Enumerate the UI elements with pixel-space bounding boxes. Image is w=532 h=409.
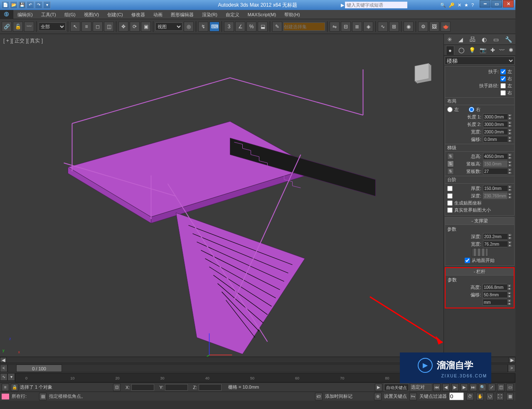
scroll-right-icon[interactable]: ▶ [509,357,515,363]
z-input[interactable] [199,384,222,391]
align-icon[interactable]: ⊟ [341,22,351,32]
thick-spin-up[interactable]: ▲ [507,185,512,188]
r-height-spin-down[interactable]: ▼ [507,287,512,291]
stringer-width-input[interactable] [483,241,507,247]
qa-new-icon[interactable]: 📄 [2,1,9,9]
render-setup-icon[interactable]: ⚙ [418,22,428,32]
curve-editor-icon[interactable]: ∿ [378,22,388,32]
tab-motion-icon[interactable]: ◐ [482,36,487,43]
exchange-icon[interactable]: ✕ [458,2,461,8]
rail-offset-input[interactable] [483,291,507,298]
schematic-icon[interactable]: ⊞ [389,22,399,32]
select-name-icon[interactable]: ≡ [81,22,91,32]
handrail-path-left-checkbox[interactable] [500,83,506,89]
arrow-right-icon[interactable]: ▶ [341,2,344,8]
qa-open-icon[interactable]: 📂 [10,1,17,9]
nav-pan-icon[interactable]: ✋ [476,393,484,400]
select-region-rect-icon[interactable]: ◻ [93,22,103,32]
total-spin-up[interactable]: ▲ [507,153,512,156]
nav-orbit-icon[interactable]: ⭯ [486,393,494,400]
search-input[interactable] [345,2,407,8]
app-menu-button[interactable]: Ⓢ [0,10,13,19]
nav-mintoggle-icon[interactable]: ▦ [506,393,514,400]
offset-input[interactable] [483,136,507,143]
close-button[interactable]: ✕ [503,0,514,7]
s-width-spin-up[interactable]: ▲ [507,241,512,244]
prev-frame-icon[interactable]: ◀ [442,384,450,391]
subtab-shapes-icon[interactable]: ◯ [458,47,465,53]
add-time-tag-label[interactable]: 添加时间标记 [325,393,352,399]
menu-animation[interactable]: 动画 [149,10,167,19]
depth-spin-up[interactable]: ▲ [507,192,512,196]
tab-utilities-icon[interactable]: 🔧 [505,36,512,43]
menu-create[interactable]: 创建(C) [103,10,127,19]
menu-graph-editors[interactable]: 图形编辑器 [167,10,198,19]
set-key-label[interactable]: 设置关键点 [384,393,407,399]
goto-start-icon[interactable]: ⏮ [433,384,441,391]
genmap-checkbox[interactable] [447,200,453,206]
stringer-swatch-button[interactable] [471,248,488,256]
stringer-depth-input[interactable] [483,233,507,240]
key-icon-icon[interactable]: 🗝 [409,393,417,400]
menu-tools[interactable]: 工具(T) [37,10,60,19]
handrail-path-right-checkbox[interactable] [500,90,506,96]
current-frame-input[interactable] [449,392,464,400]
menu-group[interactable]: 组(G) [60,10,80,19]
render-icon[interactable]: 🫖 [441,22,451,32]
key-filter-label[interactable]: 关键点过滤器 [419,393,447,399]
key-icon[interactable]: 🔑 [449,2,455,8]
angle-snap-icon[interactable]: ∠ [235,22,245,32]
handrail-right-checkbox[interactable] [500,76,506,81]
rail-extra-input[interactable] [483,299,507,306]
scroll-left-icon[interactable]: ◀ [0,357,7,363]
s-depth-spin-down[interactable]: ▼ [507,237,512,240]
view-cube[interactable] [409,59,435,86]
y-input[interactable] [165,384,188,391]
ref-coord-select[interactable]: 视图 [155,22,182,31]
length2-input[interactable] [483,121,507,128]
step-thick-checkbox[interactable] [447,186,453,191]
length2-spin-up[interactable]: ▲ [507,121,512,124]
lock-selection-icon[interactable]: 🔒 [11,384,18,391]
set-key-mode-icon[interactable]: ⊕ [374,393,382,400]
use-pivot-icon[interactable]: ◎ [184,22,194,32]
menu-edit[interactable]: 编辑(E) [13,10,37,19]
subtab-helpers-icon[interactable]: ✚ [490,47,495,53]
nav-zoomall-icon[interactable]: ⤢ [488,384,495,391]
riser-count-input[interactable] [483,168,507,175]
listener-icon[interactable]: ▤ [39,393,47,400]
r-offset-spin-down[interactable]: ▼ [507,295,512,298]
link-icon[interactable]: 🔗 [2,22,12,32]
subtab-lights-icon[interactable]: 💡 [469,47,475,53]
primitive-category-select[interactable]: 楼梯 [445,57,515,65]
time-step-fwd-icon[interactable]: > [508,365,515,372]
subtab-geometry-icon[interactable]: ● [446,46,454,55]
active-color-swatch[interactable] [2,394,9,399]
menu-help[interactable]: 帮助(H) [280,10,304,19]
manipulate-icon[interactable]: ↯ [198,22,208,32]
nav-region-icon[interactable]: ▭ [506,384,514,391]
material-editor-icon[interactable]: ◉ [404,22,414,32]
lock-count-icon[interactable]: ⇅ [447,168,454,175]
move-icon[interactable]: ✥ [118,22,128,32]
width-input[interactable] [483,128,507,135]
autokey-button[interactable]: 自动关键点 [384,384,409,391]
stringer-rollout-header[interactable]: - 支撑梁 [445,217,514,225]
qa-save-icon[interactable]: 💾 [18,1,26,9]
from-floor-checkbox[interactable] [465,258,470,263]
menu-modifiers[interactable]: 修改器 [127,10,149,19]
minimize-button[interactable]: ━ [480,0,490,7]
thick-spin-down[interactable]: ▼ [507,188,512,192]
spinner-snap-icon[interactable]: ⬓ [258,22,268,32]
selection-filter-select[interactable]: 全部 [39,22,66,31]
subtab-cameras-icon[interactable]: 📷 [480,47,486,53]
count-spin-up[interactable]: ▲ [507,168,512,171]
next-frame-icon[interactable]: ▶ [461,384,468,391]
tab-display-icon[interactable]: ▭ [493,36,499,43]
maxscript-mini-icon[interactable]: ≡ [2,384,9,391]
qa-redo-icon[interactable]: ↷ [35,1,42,9]
time-config-icon[interactable]: ⏱ [466,393,474,400]
riser-spin-down[interactable]: ▼ [507,164,512,167]
isolate-icon[interactable]: ⊡ [113,384,121,391]
tab-hierarchy-icon[interactable]: 品 [470,36,475,43]
